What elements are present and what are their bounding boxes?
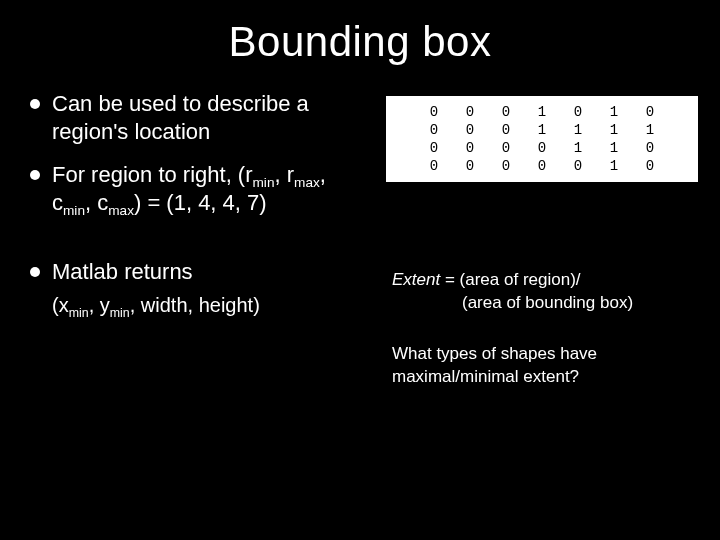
- question-text: What types of shapes have maximal/minima…: [392, 343, 698, 389]
- sub-xmin: min: [69, 306, 89, 320]
- q-line1: What types of shapes have: [392, 344, 597, 363]
- matrix-panel: 0001010 0001111 0000110 0000010: [386, 96, 698, 182]
- suffix: ) = (1, 4, 4, 7): [134, 190, 267, 215]
- bullet-3-paren: (xmin, ymin, width, height): [28, 294, 360, 317]
- right-column: 0001010 0001111 0000110 0000010 Extent =…: [382, 90, 698, 389]
- cell: 0: [416, 103, 452, 121]
- matrix-row: 0001010: [416, 103, 668, 121]
- q-line2: maximal/minimal extent?: [392, 367, 579, 386]
- sub-ymin: min: [110, 306, 130, 320]
- matrix-row: 0000110: [416, 139, 668, 157]
- binary-matrix: 0001010 0001111 0000110 0000010: [416, 103, 668, 175]
- sub-rmax: max: [294, 175, 320, 190]
- matrix-row: 0000010: [416, 157, 668, 175]
- cell: 0: [524, 139, 560, 157]
- cell: 0: [416, 121, 452, 139]
- slide-title: Bounding box: [28, 18, 692, 66]
- sub-cmin: min: [63, 203, 85, 218]
- cell: 0: [488, 121, 524, 139]
- left-column: Can be used to describe a region's locat…: [28, 90, 360, 389]
- sep: , r: [274, 162, 294, 187]
- cell: 0: [632, 139, 668, 157]
- cell: 1: [524, 103, 560, 121]
- cell: 0: [632, 157, 668, 175]
- sep: , width, height): [130, 294, 260, 316]
- extent-label: Extent: [392, 270, 440, 289]
- cell: 1: [524, 121, 560, 139]
- bullet-list: Can be used to describe a region's locat…: [28, 90, 360, 216]
- cell: 1: [560, 121, 596, 139]
- cell: 0: [488, 157, 524, 175]
- extent-formula: Extent = (area of region)/ (area of boun…: [392, 268, 698, 315]
- p-prefix: (x: [52, 294, 69, 316]
- cell: 0: [452, 103, 488, 121]
- extent-eq: = (area of region)/: [440, 270, 580, 289]
- sub-rmin: min: [253, 175, 275, 190]
- cell: 1: [560, 139, 596, 157]
- cell: 0: [488, 103, 524, 121]
- cell: 0: [488, 139, 524, 157]
- cell: 1: [596, 121, 632, 139]
- lower-block: Matlab returns (xmin, ymin, width, heigh…: [28, 258, 360, 317]
- extent-line2: (area of bounding box): [462, 293, 633, 312]
- bullet-3: Matlab returns: [28, 258, 360, 286]
- sep: , y: [89, 294, 110, 316]
- sep: , c: [85, 190, 108, 215]
- cell: 1: [596, 103, 632, 121]
- cell: 0: [452, 121, 488, 139]
- cell: 1: [596, 157, 632, 175]
- columns: Can be used to describe a region's locat…: [28, 90, 692, 389]
- cell: 0: [560, 157, 596, 175]
- cell: 0: [452, 139, 488, 157]
- matrix-row: 0001111: [416, 121, 668, 139]
- cell: 1: [596, 139, 632, 157]
- cell: 0: [452, 157, 488, 175]
- bullet-1: Can be used to describe a region's locat…: [28, 90, 360, 145]
- bullet-2: For region to right, (rmin, rmax, cmin, …: [28, 161, 360, 216]
- cell: 0: [416, 139, 452, 157]
- sub-cmax: max: [108, 203, 134, 218]
- cell: 0: [416, 157, 452, 175]
- bullet-list-2: Matlab returns: [28, 258, 360, 286]
- cell: 0: [632, 103, 668, 121]
- cell: 0: [524, 157, 560, 175]
- cell: 1: [632, 121, 668, 139]
- cell: 0: [560, 103, 596, 121]
- slide: Bounding box Can be used to describe a r…: [0, 0, 720, 540]
- bullet-2-text: For region to right, (r: [52, 162, 253, 187]
